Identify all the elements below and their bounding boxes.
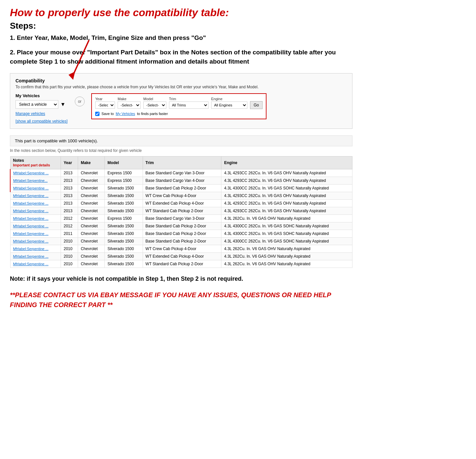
cell-year: 2010 — [61, 237, 78, 245]
compatibility-table: Notes Important part details Year Make M… — [10, 156, 352, 268]
steps-title: Steps: — [10, 21, 352, 31]
cell-trim: Base Standard Cargo Van 3-Door — [143, 215, 221, 222]
model-label: Model — [143, 97, 166, 101]
cell-trim: Base Standard Cab Pickup 2-Door — [143, 230, 221, 237]
cell-notes: Mfrlabel:Serpentine ... — [10, 237, 61, 245]
table-row: Mfrlabel:Serpentine ...2013ChevroletExpr… — [10, 169, 352, 177]
table-row: Mfrlabel:Serpentine ...2011ChevroletSilv… — [10, 230, 352, 237]
cell-engine: 4.3L 4300CC 262Cu. In. V6 GAS SOHC Natur… — [221, 237, 352, 245]
cell-trim: Base Standard Cab Pickup 2-Door — [143, 222, 221, 230]
cell-make: Chevrolet — [78, 169, 105, 177]
compat-box-subtitle: To confirm that this part fits your vehi… — [15, 85, 347, 89]
cell-year: 2010 — [61, 245, 78, 252]
year-make-section: Year -Select- Make -Select- — [91, 93, 347, 119]
cell-trim: Base Standard Cargo Van 4-Door — [143, 177, 221, 184]
table-row: Mfrlabel:Serpentine...2013ChevroletExpre… — [10, 177, 352, 184]
or-divider: or — [75, 97, 85, 106]
col-year: Year — [61, 156, 78, 169]
cell-engine: 4.3L 262Cu. In. V6 GAS OHV Naturally Asp… — [221, 260, 352, 268]
my-vehicles-label: My Vehicles — [15, 93, 68, 98]
save-row: Save to My Vehicles to finds parts faste… — [95, 112, 263, 116]
cell-notes: Mfrlabel:Serpentine ... — [10, 260, 61, 268]
cell-make: Chevrolet — [78, 252, 105, 260]
table-row: Mfrlabel:Serpentine ...2012ChevroletSilv… — [10, 222, 352, 230]
table-row: Mfrlabel:Serpentine ...2012ChevroletExpr… — [10, 215, 352, 222]
table-body: Mfrlabel:Serpentine ...2013ChevroletExpr… — [10, 169, 352, 268]
ymm-highlighted-box: Year -Select- Make -Select- — [91, 93, 266, 119]
table-row: Mfrlabel:Serpentine ...2013ChevroletSilv… — [10, 192, 352, 199]
trim-label: Trim — [169, 97, 209, 101]
cell-make: Chevrolet — [78, 260, 105, 268]
cell-trim: WT Crew Cab Pickup 4-Door — [143, 192, 221, 199]
cell-trim: Base Standard Cab Pickup 2-Door — [143, 237, 221, 245]
cell-year: 2012 — [61, 215, 78, 222]
cell-engine: 4.3L 262Cu. In. V6 GAS OHV Naturally Asp… — [221, 245, 352, 252]
cell-notes: Mfrlabel:Serpentine ... — [10, 230, 61, 237]
cell-model: Silverado 1500 — [105, 199, 143, 207]
cell-trim: WT Extended Cab Pickup 4-Door — [143, 199, 221, 207]
year-select[interactable]: -Select- — [95, 101, 115, 109]
my-vehicles-section: My Vehicles Select a vehicle ▼ Manage ve… — [15, 93, 68, 124]
dropdown-arrow-icon: ▼ — [60, 101, 66, 107]
cell-model: Silverado 1500 — [105, 237, 143, 245]
cell-trim: Base Standard Cargo Van 3-Door — [143, 169, 221, 177]
manage-vehicles-link[interactable]: Manage vehicles — [15, 111, 68, 116]
cell-year: 2010 — [61, 252, 78, 260]
compatibility-box: Compatibility To confirm that this part … — [10, 73, 352, 129]
cell-engine: 4.3L 4293CC 262Cu. In. V6 GAS OHV Natura… — [221, 177, 352, 184]
year-field: Year -Select- — [95, 97, 115, 109]
col-notes: Notes Important part details — [10, 156, 61, 169]
compat-box-title: Compatibility — [15, 78, 347, 83]
cell-notes: Mfrlabel:Serpentine ... — [10, 192, 61, 199]
cell-model: Express 1500 — [105, 177, 143, 184]
save-suffix: to finds parts faster — [137, 112, 168, 116]
cell-engine: 4.3L 4293CC 262Cu. In. V6 GAS OHV Natura… — [221, 207, 352, 215]
show-all-link[interactable]: [show all compatible vehicles] — [15, 119, 68, 124]
engine-select[interactable]: All Engines — [211, 101, 247, 109]
cell-make: Chevrolet — [78, 177, 105, 184]
model-field: Model -Select- — [143, 97, 166, 109]
year-label: Year — [95, 97, 115, 101]
cell-engine: 4.3L 4293CC 262Cu. In. V6 GAS OHV Natura… — [221, 192, 352, 199]
cell-notes: Mfrlabel:Serpentine ... — [10, 199, 61, 207]
save-checkbox[interactable] — [95, 112, 99, 116]
cell-engine: 4.3L 4293CC 262Cu. In. V6 GAS OHV Natura… — [221, 169, 352, 177]
cell-make: Chevrolet — [78, 245, 105, 252]
cell-model: Silverado 1500 — [105, 184, 143, 192]
cell-engine: 4.3L 262Cu. In. V6 GAS OHV Naturally Asp… — [221, 252, 352, 260]
model-select[interactable]: -Select- — [143, 101, 166, 109]
compat-wrapper: Compatibility To confirm that this part … — [10, 73, 352, 268]
cell-trim: Base Standard Cab Pickup 2-Door — [143, 184, 221, 192]
col-model: Model — [105, 156, 143, 169]
cell-year: 2013 — [61, 177, 78, 184]
trim-select[interactable]: All Trims — [169, 101, 209, 109]
my-vehicles-save-link[interactable]: My Vehicles — [116, 112, 135, 116]
cell-make: Chevrolet — [78, 192, 105, 199]
make-select[interactable]: -Select- — [118, 101, 141, 109]
compat-note: In the notes section below, Quantity ref… — [10, 148, 352, 153]
engine-label: Engine — [211, 97, 247, 101]
cell-year: 2013 — [61, 192, 78, 199]
cell-make: Chevrolet — [78, 237, 105, 245]
important-part-details-header: Important part details — [13, 163, 50, 167]
make-label: Make — [118, 97, 141, 101]
cell-year: 2012 — [61, 222, 78, 230]
cell-make: Chevrolet — [78, 222, 105, 230]
table-row: Mfrlabel:Serpentine ...2013ChevroletSilv… — [10, 207, 352, 215]
make-field: Make -Select- — [118, 97, 141, 109]
col-trim: Trim — [143, 156, 221, 169]
cell-trim: WT Standard Cab Pickup 2-Door — [143, 207, 221, 215]
cell-notes: Mfrlabel:Serpentine ... — [10, 252, 61, 260]
cell-model: Express 1500 — [105, 169, 143, 177]
go-button[interactable]: Go — [250, 101, 263, 109]
cell-notes: Mfrlabel:Serpentine ... — [10, 207, 61, 215]
contact-section: **PLEASE CONTACT US VIA EBAY MESSAGE IF … — [10, 290, 352, 310]
cell-engine: 4.3L 4300CC 262Cu. In. V6 GAS SOHC Natur… — [221, 230, 352, 237]
table-row: Mfrlabel:Serpentine ...2010ChevroletSilv… — [10, 260, 352, 268]
cell-model: Express 1500 — [105, 215, 143, 222]
cell-make: Chevrolet — [78, 199, 105, 207]
cell-model: Silverado 1500 — [105, 245, 143, 252]
cell-make: Chevrolet — [78, 184, 105, 192]
vehicle-select[interactable]: Select a vehicle — [15, 100, 58, 109]
cell-model: Silverado 1500 — [105, 192, 143, 199]
